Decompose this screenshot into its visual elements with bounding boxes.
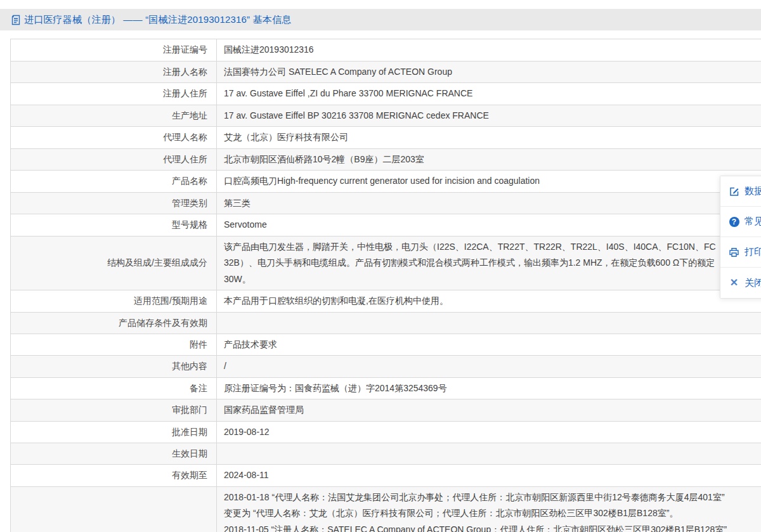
- row-label: 适用范围/预期用途: [11, 290, 217, 312]
- row-label: 型号规格: [11, 214, 217, 236]
- page: 进口医疗器械（注册） —— “国械注进20193012316” 基本信息 注册证…: [0, 0, 761, 532]
- table-row: 产品名称 口腔高频电刀High-frequency current genera…: [11, 171, 761, 193]
- row-value: 国械注进20193012316: [217, 39, 761, 61]
- row-label: 其他内容: [11, 356, 217, 377]
- table-row: 备注 原注册证编号为：国食药监械（进）字2014第3254369号: [11, 378, 761, 400]
- toolbar-item-label: 常见: [745, 216, 761, 228]
- row-label: 注册人名称: [11, 62, 217, 83]
- printer-icon: [729, 247, 739, 257]
- page-title: 进口医疗器械（注册） —— “国械注进20193012316” 基本信息: [24, 14, 291, 26]
- row-value: [217, 313, 761, 334]
- row-label: 批准日期: [11, 422, 217, 443]
- row-value: 该产品由电刀发生器，脚踏开关，中性电极，电刀头（I22S、I22CA、TR22T…: [217, 237, 761, 290]
- row-value: 原注册证编号为：国食药监械（进）字2014第3254369号: [217, 378, 761, 399]
- row-value: /: [217, 356, 761, 377]
- toolbar-item-label: 数据: [745, 185, 761, 197]
- table-row: 代理人名称 艾龙（北京）医疗科技有限公司: [11, 127, 761, 149]
- row-label: 生产地址: [11, 105, 217, 127]
- row-label: 注册人住所: [11, 83, 217, 105]
- row-value: 2019-08-12: [217, 422, 761, 443]
- table-row: 附件 产品技术要求: [11, 334, 761, 356]
- table-row: 有效期至 2024-08-11: [11, 465, 761, 487]
- registration-table: 注册证编号 国械注进20193012316 注册人名称 法国赛特力公司 SATE…: [10, 39, 761, 532]
- toolbar-item-data-correction[interactable]: 数据: [720, 176, 761, 207]
- row-label: 附件: [11, 334, 217, 356]
- table-row: 批准日期 2019-08-12: [11, 422, 761, 444]
- table-row: 型号规格 Servotome: [11, 214, 761, 237]
- table-row: 代理人住所 北京市朝阳区酒仙桥路10号2幢（B9座）二层203室: [11, 149, 761, 171]
- question-circle-icon: ?: [729, 216, 739, 227]
- row-value: [217, 443, 761, 464]
- toolbar-item-print[interactable]: 打印: [720, 237, 761, 268]
- toolbar-item-close[interactable]: ✕ 关闭: [720, 268, 761, 298]
- toolbar-item-label: 打印: [745, 246, 761, 258]
- row-label: 管理类别: [11, 193, 217, 214]
- table-row: 其他内容 /: [11, 356, 761, 378]
- row-value: 第三类: [217, 193, 761, 214]
- row-label: 注册证编号: [11, 39, 217, 61]
- row-label: 代理人名称: [11, 127, 217, 148]
- row-value: 国家药品监督管理局: [217, 399, 761, 421]
- row-label: [11, 487, 217, 532]
- toolbar-item-faq[interactable]: ? 常见: [720, 207, 761, 237]
- table-row: 注册人名称 法国赛特力公司 SATELEC A Company of ACTEO…: [11, 62, 761, 84]
- edit-icon: [729, 186, 739, 197]
- row-value: 法国赛特力公司 SATELEC A Company of ACTEON Grou…: [217, 62, 761, 83]
- row-label: 结构及组成/主要组成成分: [11, 237, 217, 290]
- row-value: Servotome: [217, 214, 761, 236]
- table-row: 注册证编号 国械注进20193012316: [11, 39, 761, 62]
- table-row: 适用范围/预期用途 本产品用于口腔软组织的切割和电凝,在医疗机构中使用。: [11, 290, 761, 313]
- row-value: 17 av. Gustave Eiffel ,ZI du Phare 33700…: [217, 83, 761, 105]
- side-toolbar: 数据 ? 常见 打印 ✕ 关闭: [720, 176, 761, 299]
- row-label: 代理人住所: [11, 149, 217, 171]
- row-value: 本产品用于口腔软组织的切割和电凝,在医疗机构中使用。: [217, 290, 761, 312]
- table-row: 审批部门 国家药品监督管理局: [11, 399, 761, 422]
- table-row: 产品储存条件及有效期: [11, 313, 761, 334]
- row-label: 有效期至: [11, 465, 217, 486]
- table-row: 注册人住所 17 av. Gustave Eiffel ,ZI du Phare…: [11, 83, 761, 105]
- row-value: 艾龙（北京）医疗科技有限公司: [217, 127, 761, 148]
- row-value: 产品技术要求: [217, 334, 761, 356]
- table-row: 管理类别 第三类: [11, 193, 761, 215]
- row-label: 生效日期: [11, 443, 217, 464]
- row-label: 产品名称: [11, 171, 217, 192]
- table-row: 生产地址 17 av. Gustave Eiffel BP 30216 3370…: [11, 105, 761, 127]
- row-label: 备注: [11, 378, 217, 399]
- row-value: 口腔高频电刀High-frequency current generator u…: [217, 171, 761, 192]
- close-icon: ✕: [729, 278, 739, 289]
- header-bar: 进口医疗器械（注册） —— “国械注进20193012316” 基本信息: [0, 9, 761, 30]
- row-label: 产品储存条件及有效期: [11, 313, 217, 334]
- row-value: 2024-08-11: [217, 465, 761, 486]
- document-icon: [11, 15, 21, 25]
- toolbar-item-label: 关闭: [745, 277, 761, 289]
- table-row: 结构及组成/主要组成成分 该产品由电刀发生器，脚踏开关，中性电极，电刀头（I22…: [11, 237, 761, 291]
- row-value: 17 av. Gustave Eiffel BP 30216 33708 MER…: [217, 105, 761, 127]
- row-value: 2018-01-18 “代理人名称：法国艾龙集团公司北京办事处；代理人住所：北京…: [217, 487, 761, 532]
- row-label: 审批部门: [11, 399, 217, 421]
- row-value: 北京市朝阳区酒仙桥路10号2幢（B9座）二层203室: [217, 149, 761, 171]
- table-row: 生效日期: [11, 443, 761, 465]
- table-row: 2018-01-18 “代理人名称：法国艾龙集团公司北京办事处；代理人住所：北京…: [11, 487, 761, 532]
